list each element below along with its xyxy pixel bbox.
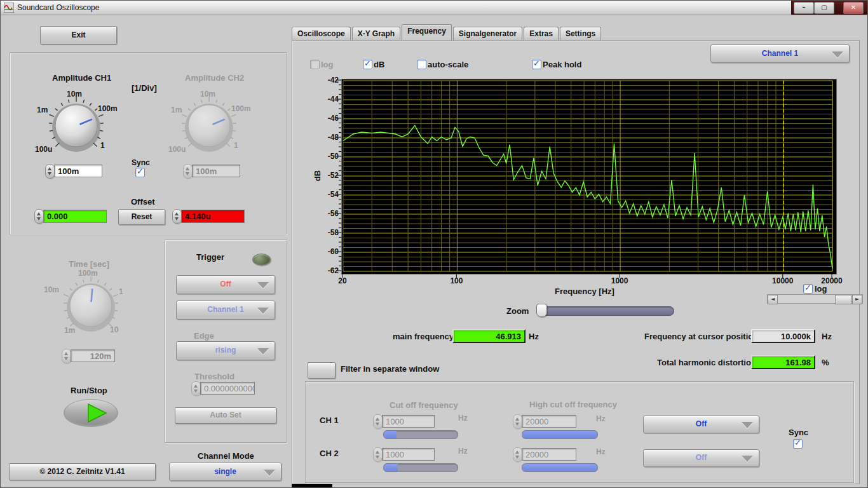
ch2-cutoff-slider[interactable] xyxy=(383,463,458,472)
knob-scale-label: 1m xyxy=(64,326,75,335)
knob-scale-label: 10 xyxy=(110,325,118,334)
minimize-button[interactable]: – xyxy=(794,2,814,14)
knob-scale-label: 1m xyxy=(37,105,48,114)
plot-log-label: log xyxy=(815,284,827,294)
per-div-label: [1/Div] xyxy=(132,83,157,93)
knob-scale-label: 100m xyxy=(78,269,98,278)
offset-ch1-spinner[interactable] xyxy=(34,209,44,224)
app-window: Soundcard Oszilloscope – ▢ ✕ Exit Amplit… xyxy=(0,0,868,488)
maximize-button[interactable]: ▢ xyxy=(814,2,834,14)
sync-ch-checkbox[interactable] xyxy=(135,168,145,177)
trigger-led xyxy=(252,254,271,266)
chevron-down-icon xyxy=(742,422,753,428)
y-axis-title: dB xyxy=(313,170,322,181)
filter-sync-checkbox[interactable] xyxy=(793,439,803,449)
ch1-label: CH 1 xyxy=(320,416,339,425)
knob-scale-label: 1 xyxy=(100,141,105,150)
taskbar-sliver xyxy=(292,484,332,488)
chevron-down-icon xyxy=(257,308,269,314)
ch2-cutoff-spinner xyxy=(373,447,383,462)
edge-label: Edge xyxy=(194,331,214,341)
chevron-down-icon xyxy=(257,282,269,288)
scrollbar-thumb[interactable] xyxy=(835,295,851,304)
scroll-right-icon[interactable]: ► xyxy=(852,295,862,304)
spectrum-plot[interactable] xyxy=(341,79,837,274)
tab-x-y-graph[interactable]: X-Y Graph xyxy=(352,27,400,40)
trigger-title: Trigger xyxy=(196,252,224,262)
filter-window-label: Filter in separate window xyxy=(341,364,439,374)
x-axis-ticks xyxy=(341,274,836,279)
plot-log-checkbox[interactable] xyxy=(803,284,813,294)
ch1-cutoff-slider[interactable] xyxy=(383,430,458,439)
tab-strip: OscilloscopeX-Y GraphFrequencySignalgene… xyxy=(292,25,601,40)
main-frequency-value: 46.913 xyxy=(452,329,526,343)
amplitude-ch1-spinner[interactable] xyxy=(45,164,55,179)
peak-hold-checkbox[interactable] xyxy=(532,60,541,69)
auto-scale-checkbox[interactable] xyxy=(417,60,426,69)
chevron-down-icon xyxy=(257,348,269,355)
thd-value: 161.98 xyxy=(751,355,815,369)
db-checkbox[interactable] xyxy=(363,60,372,69)
ch2-high-slider[interactable] xyxy=(522,463,598,472)
zoom-slider-track[interactable] xyxy=(538,306,674,316)
knob-scale-label: 10m xyxy=(67,90,82,98)
main-frequency-label: main frequency xyxy=(393,332,454,341)
window-title: Soundcard Oszilloscope xyxy=(17,3,99,12)
thd-unit: % xyxy=(822,358,829,367)
chevron-down-icon xyxy=(264,470,275,476)
main-frequency-unit: Hz xyxy=(529,332,539,341)
knob-scale-label: 10m xyxy=(200,90,215,98)
plot-scrollbar[interactable]: ◄ ► xyxy=(767,294,863,304)
ch1-high-slider[interactable] xyxy=(522,430,598,439)
amplitude-ch1-title: Amplitude CH1 xyxy=(52,73,111,83)
zoom-slider-handle[interactable] xyxy=(536,304,547,317)
scroll-left-icon[interactable]: ◄ xyxy=(768,295,778,304)
ch2-cutoff-value: 1000 xyxy=(382,448,435,461)
knob-scale-label: 10m xyxy=(44,285,59,294)
auto-scale-label: auto-scale xyxy=(428,60,468,69)
tab-signalgenerator[interactable]: Signalgenerator xyxy=(453,27,522,40)
ch1-cutoff-unit: Hz xyxy=(458,414,468,423)
tab-oscilloscope[interactable]: Oscilloscope xyxy=(292,27,351,40)
cursor-frequency-unit: Hz xyxy=(822,332,832,341)
log-label: log xyxy=(321,60,334,69)
ch2-high-spinner xyxy=(513,447,522,462)
knob-scale-label: 1 xyxy=(119,287,123,296)
filter-sync-label: Sync xyxy=(789,428,808,437)
chevron-down-icon xyxy=(832,51,843,58)
filter-window-button[interactable] xyxy=(308,362,336,379)
knob-scale-label: 100m xyxy=(98,104,118,113)
offset-ch2-value[interactable]: 4.140u xyxy=(181,210,245,223)
offset-reset-button[interactable]: Reset xyxy=(118,209,165,225)
exit-button[interactable]: Exit xyxy=(40,26,117,44)
knob-scale-label: 1m xyxy=(171,105,182,114)
ch1-cutoff-value: 1000 xyxy=(382,415,435,428)
log-checkbox xyxy=(310,60,320,69)
spectrum-trace xyxy=(343,126,832,269)
ch1-high-unit: Hz xyxy=(596,414,606,423)
offset-ch1-value[interactable]: 0.000 xyxy=(43,210,107,223)
amplitude-ch1-value[interactable]: 100m xyxy=(54,165,102,177)
close-button[interactable]: ✕ xyxy=(843,2,864,14)
runstop-button[interactable] xyxy=(62,397,120,429)
tab-settings[interactable]: Settings xyxy=(560,27,601,40)
ch1-filter-dropdown[interactable]: Off xyxy=(643,416,759,433)
trigger-channel-dropdown: Channel 1 xyxy=(176,301,275,320)
tab-frequency[interactable]: Frequency xyxy=(402,24,452,40)
high-cutoff-label: High cut off frequency xyxy=(529,400,617,409)
ch1-high-spinner xyxy=(513,414,522,429)
ch1-cutoff-spinner xyxy=(373,414,383,429)
cutoff-label: Cut off frequency xyxy=(390,400,458,410)
knob-scale-label: 100m xyxy=(231,104,251,113)
threshold-value: 0.000000000000 xyxy=(200,382,255,395)
threshold-label: Threshold xyxy=(194,372,234,381)
tab-extras[interactable]: Extras xyxy=(524,27,559,40)
copyright-button[interactable]: © 2012 C. Zeitnitz V1.41 xyxy=(9,463,156,480)
plot-channel-dropdown[interactable]: Channel 1 xyxy=(710,44,850,63)
knob-scale-label: 1 xyxy=(234,141,238,150)
channel-mode-dropdown[interactable]: single xyxy=(169,463,281,481)
offset-ch2-spinner[interactable] xyxy=(172,209,182,224)
trigger-mode-dropdown[interactable]: Off xyxy=(176,275,275,294)
chevron-down-icon xyxy=(742,456,753,462)
time-value: 120m xyxy=(71,349,115,362)
